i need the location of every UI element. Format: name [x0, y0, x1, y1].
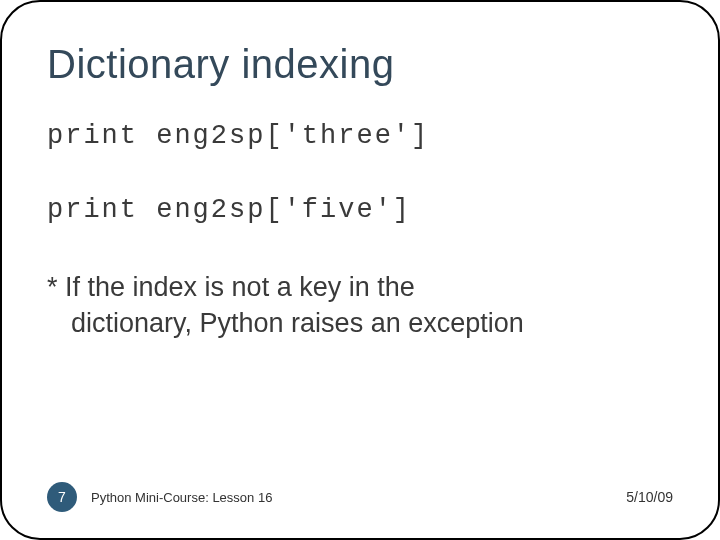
- slide-frame: Dictionary indexing print eng2sp['three'…: [0, 0, 720, 540]
- page-number-badge: 7: [47, 482, 77, 512]
- date-label: 5/10/09: [626, 489, 673, 505]
- code-line-2: print eng2sp['five']: [47, 195, 673, 225]
- slide-title: Dictionary indexing: [47, 42, 673, 87]
- footer: 7 Python Mini-Course: Lesson 16 5/10/09: [2, 482, 718, 512]
- note-line-2: dictionary, Python raises an exception: [47, 305, 673, 341]
- page-number: 7: [58, 489, 66, 505]
- note-text: * If the index is not a key in the dicti…: [47, 269, 673, 342]
- course-label: Python Mini-Course: Lesson 16: [91, 490, 626, 505]
- code-line-1: print eng2sp['three']: [47, 121, 673, 151]
- note-line-1: * If the index is not a key in the: [47, 272, 415, 302]
